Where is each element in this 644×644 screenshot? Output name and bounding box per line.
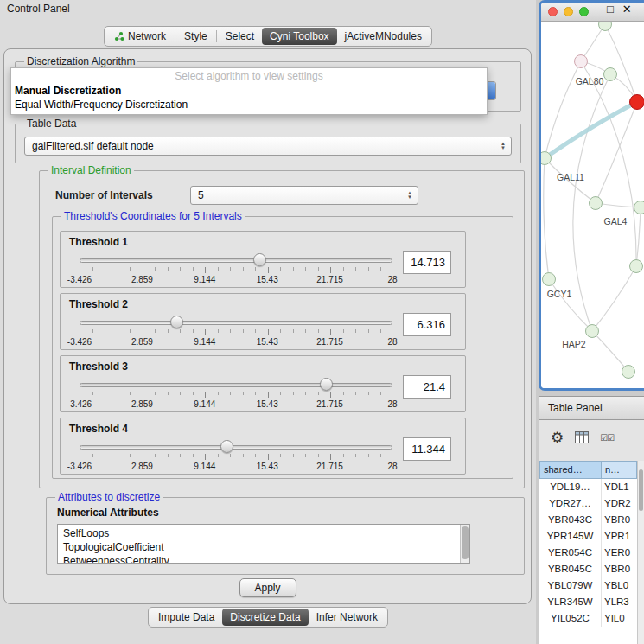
- threshold-1-value[interactable]: 14.713: [403, 251, 451, 274]
- scale-label: 2.859: [131, 399, 153, 409]
- table-cell[interactable]: YER0: [602, 545, 637, 561]
- dropdown-item-manual-discretization[interactable]: Manual Discretization: [11, 84, 487, 98]
- slider-thumb[interactable]: [320, 378, 333, 391]
- tab-discretize-data[interactable]: Discretize Data: [222, 609, 308, 626]
- table-row[interactable]: YIL052CYIL0: [539, 610, 637, 627]
- columns-icon[interactable]: [575, 431, 589, 443]
- tab-network[interactable]: Network: [106, 28, 174, 45]
- table-row[interactable]: YBR045CYBR0: [539, 561, 637, 577]
- slider-thumb[interactable]: [220, 440, 233, 453]
- scrollbar-thumb[interactable]: [462, 526, 469, 559]
- number-of-intervals-combobox[interactable]: 5: [190, 186, 418, 205]
- table-cell[interactable]: YBR043C: [539, 512, 602, 528]
- table-panel-titlebar: Table Panel: [539, 396, 644, 420]
- network-edge: [581, 61, 636, 266]
- slider-scale: -3.4262.8599.14415.4321.71528: [80, 275, 392, 285]
- slider-thumb[interactable]: [253, 253, 266, 266]
- table-cell[interactable]: YBR045C: [539, 561, 602, 577]
- slider-track[interactable]: [80, 258, 392, 263]
- table-cell[interactable]: YDL19…: [539, 479, 602, 495]
- threshold-2-slider[interactable]: -3.4262.8599.14415.4321.71528: [80, 313, 392, 349]
- table-cell[interactable]: YLR345W: [539, 594, 602, 610]
- scale-label: 21.715: [316, 275, 343, 284]
- node-label: GCY1: [547, 289, 572, 299]
- checkboxes-icon[interactable]: ☑☑: [600, 433, 614, 443]
- slider-thumb[interactable]: [170, 316, 183, 328]
- table-cell[interactable]: YIL052C: [539, 610, 602, 627]
- node-label: HAP2: [562, 339, 586, 349]
- table-cell[interactable]: YBL079W: [539, 577, 602, 594]
- table-cell[interactable]: YIL0: [602, 610, 637, 627]
- threshold-3-value[interactable]: 21.4: [403, 375, 451, 399]
- threshold-4-value[interactable]: 11.344: [403, 437, 451, 461]
- network-node[interactable]: [634, 201, 644, 214]
- dropdown-item-equal-width-frequency[interactable]: Equal Width/Frequency Discretization: [11, 98, 487, 112]
- table-cell[interactable]: YBR0: [602, 512, 637, 528]
- table-cell[interactable]: YER054C: [539, 545, 602, 561]
- table-row[interactable]: YER054CYER0: [539, 545, 637, 561]
- table-scrollbar[interactable]: [637, 461, 644, 644]
- tab-cyni-toolbox[interactable]: Cyni Toolbox: [262, 28, 336, 45]
- tab-label: Style: [184, 30, 207, 42]
- apply-button[interactable]: Apply: [239, 578, 296, 597]
- column-header-name[interactable]: n…: [602, 461, 637, 479]
- table-cell[interactable]: YDR27…: [539, 495, 602, 512]
- threshold-2-value[interactable]: 6.316: [403, 313, 451, 336]
- minimize-traffic-light-icon[interactable]: [564, 7, 573, 16]
- table-cell[interactable]: YPR145W: [539, 528, 602, 545]
- float-icon[interactable]: □: [607, 3, 614, 16]
- zoom-traffic-light-icon[interactable]: [579, 7, 589, 16]
- tab-style[interactable]: Style: [176, 28, 215, 45]
- network-node[interactable]: [575, 55, 588, 68]
- tab-infer-network[interactable]: Infer Network: [309, 609, 386, 626]
- threshold-3-slider[interactable]: -3.4262.8599.14415.4321.71528: [80, 375, 392, 411]
- network-node[interactable]: [630, 260, 643, 273]
- network-node[interactable]: [599, 22, 612, 31]
- network-node[interactable]: [586, 325, 599, 338]
- numerical-attributes-list[interactable]: SelfLoopsTopologicalCoefficientBetweenne…: [57, 524, 470, 564]
- list-scrollbar[interactable]: [460, 525, 469, 563]
- combo-arrows-icon: [501, 142, 511, 150]
- list-item[interactable]: TopologicalCoefficient: [63, 540, 469, 554]
- column-header-shared[interactable]: shared…: [539, 461, 602, 479]
- table-cell[interactable]: YBR0: [602, 561, 637, 577]
- table-cell[interactable]: YDR2: [602, 495, 637, 512]
- scrollbar-thumb[interactable]: [639, 469, 643, 511]
- table-cell[interactable]: YPR1: [602, 528, 637, 545]
- table-row[interactable]: YPR145WYPR1: [539, 528, 637, 545]
- table-row[interactable]: YLR345WYLR3: [539, 594, 637, 610]
- table-row[interactable]: YBL079WYBL0: [539, 577, 637, 594]
- tab-impute-data[interactable]: Impute Data: [150, 609, 222, 626]
- threshold-1-slider[interactable]: -3.4262.8599.14415.4321.71528: [80, 251, 392, 287]
- thresholds-group: Threshold's Coordinates for 5 Intervals …: [52, 216, 513, 479]
- table-row[interactable]: YDL19…YDL1: [539, 479, 637, 495]
- slider-track[interactable]: [80, 445, 392, 450]
- table-row[interactable]: YBR043CYBR0: [539, 512, 637, 528]
- threshold-4-slider[interactable]: -3.4262.8599.14415.4321.71528: [80, 437, 392, 474]
- list-item[interactable]: SelfLoops: [63, 526, 469, 540]
- slider-scale: -3.4262.8599.14415.4321.71528: [80, 462, 392, 472]
- network-canvas-svg: GAL80GAL11GAL4GCY1HAP2: [541, 22, 644, 388]
- table-header-row: shared… n…: [539, 461, 644, 479]
- network-node[interactable]: [590, 197, 603, 210]
- slider-track[interactable]: [80, 383, 392, 387]
- network-node[interactable]: [541, 152, 552, 165]
- table-cell[interactable]: YLR3: [602, 594, 637, 610]
- network-node[interactable]: [543, 273, 556, 286]
- tab-select[interactable]: Select: [218, 28, 262, 45]
- gear-icon[interactable]: ⚙: [551, 430, 564, 445]
- slider-track[interactable]: [80, 321, 392, 325]
- table-data-combobox[interactable]: galFiltered.sif default node: [24, 137, 512, 156]
- network-node[interactable]: [604, 68, 617, 81]
- tab-jactivemnodules[interactable]: jActiveMNodules: [337, 28, 430, 45]
- network-canvas[interactable]: GAL80GAL11GAL4GCY1HAP2: [541, 22, 644, 388]
- table-row[interactable]: YDR27…YDR2: [539, 495, 637, 512]
- list-item[interactable]: BetweennessCentrality: [63, 554, 469, 564]
- table-cell[interactable]: YDL1: [602, 479, 637, 495]
- close-traffic-light-icon[interactable]: [548, 7, 558, 16]
- network-node[interactable]: [622, 366, 635, 379]
- table-cell[interactable]: YBL0: [602, 577, 637, 594]
- network-node[interactable]: [630, 95, 644, 110]
- scale-label: -3.426: [67, 275, 92, 284]
- close-icon[interactable]: ✕: [622, 3, 632, 16]
